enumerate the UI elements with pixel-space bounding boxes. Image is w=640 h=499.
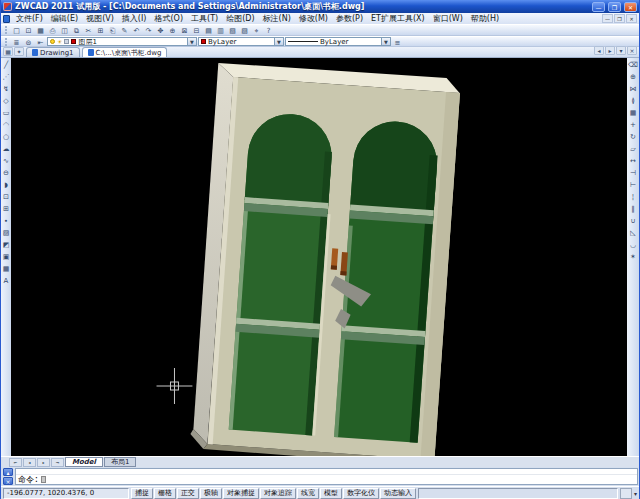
menu-item[interactable]: 标注(N): [259, 13, 295, 24]
pin-icon[interactable]: ✦: [14, 47, 24, 56]
mdi-minimize-button[interactable]: —: [602, 14, 613, 23]
status-toggle-button[interactable]: 对象追踪: [260, 488, 296, 499]
point-icon[interactable]: ∙: [1, 215, 11, 227]
construction-line-icon[interactable]: ⋰: [1, 71, 11, 83]
zoom-window-icon[interactable]: ⊠: [179, 25, 190, 35]
status-toggle-button[interactable]: 捕捉: [131, 488, 153, 499]
copy-object-icon[interactable]: ⊕: [627, 71, 639, 83]
menu-item[interactable]: 修改(M): [295, 13, 332, 24]
insert-block-icon[interactable]: ⊡: [1, 191, 11, 203]
color-combo[interactable]: ByLayer ▼: [198, 37, 284, 46]
status-toggle-button[interactable]: 线宽: [297, 488, 319, 499]
publish-icon[interactable]: ⧉: [71, 25, 82, 35]
tab-model[interactable]: Model: [65, 457, 103, 467]
undo-icon[interactable]: ↶: [131, 25, 142, 35]
menu-item[interactable]: 编辑(E): [47, 13, 82, 24]
polyline-icon[interactable]: ↯: [1, 83, 11, 95]
make-block-icon[interactable]: ⊞: [1, 203, 11, 215]
arc-icon[interactable]: ◠: [1, 119, 11, 131]
plot-icon[interactable]: ⎙: [47, 25, 58, 35]
table-icon[interactable]: ▦: [1, 263, 11, 275]
command-line[interactable]: 命令:: [16, 475, 637, 484]
tab-menu-icon[interactable]: ▾: [616, 46, 626, 55]
scale-icon[interactable]: ▱: [627, 143, 639, 155]
copy-icon[interactable]: ⊞: [95, 25, 106, 35]
menu-item[interactable]: 工具(T): [187, 13, 222, 24]
layer-combo[interactable]: ☀ 图层1 ▼: [47, 37, 197, 46]
menu-item[interactable]: 绘图(D): [222, 13, 258, 24]
line-icon[interactable]: ╱: [1, 59, 11, 71]
linetype-manager-icon[interactable]: ≡: [392, 37, 403, 47]
mtext-icon[interactable]: A: [1, 275, 11, 287]
document-icon[interactable]: [3, 15, 10, 23]
designcenter-icon[interactable]: ▥: [215, 25, 226, 35]
properties-icon[interactable]: ▤: [203, 25, 214, 35]
grid-icon[interactable]: ▦: [3, 47, 13, 56]
command-dock-icon[interactable]: ▴: [3, 468, 13, 476]
command-close-icon[interactable]: ×: [3, 477, 13, 485]
mdi-close-button[interactable]: ✕: [626, 14, 637, 23]
rotate-icon[interactable]: ↻: [627, 131, 639, 143]
zoom-realtime-icon[interactable]: ⊕: [167, 25, 178, 35]
array-icon[interactable]: ▦: [627, 107, 639, 119]
layer-manager-icon[interactable]: ≣: [11, 37, 22, 47]
extend-icon[interactable]: ⊢: [627, 179, 639, 191]
explode-icon[interactable]: ✶: [627, 251, 639, 263]
status-toggle-button[interactable]: 数字化仪: [343, 488, 379, 499]
toolpalette-icon[interactable]: ▧: [227, 25, 238, 35]
move-icon[interactable]: +: [627, 119, 639, 131]
markup-icon[interactable]: ▨: [239, 25, 250, 35]
chevron-down-icon[interactable]: ▼: [274, 38, 283, 45]
tray-chevron-icon[interactable]: ▾: [634, 490, 637, 497]
menu-item[interactable]: 文件(F): [12, 13, 47, 24]
layer-states-icon[interactable]: ⊜: [23, 37, 34, 47]
tray-box[interactable]: [620, 488, 632, 499]
chevron-down-icon[interactable]: ▼: [187, 38, 196, 45]
prev-tab-icon[interactable]: ◂: [23, 458, 36, 467]
toolbar-grip[interactable]: [5, 38, 8, 46]
find-icon[interactable]: ⌖: [251, 25, 262, 35]
restore-button[interactable]: ❐: [608, 2, 621, 12]
stretch-icon[interactable]: ↔: [627, 155, 639, 167]
toolbar-grip[interactable]: [5, 26, 8, 34]
linetype-combo[interactable]: ByLayer ▼: [285, 37, 391, 46]
coordinate-readout[interactable]: -196.0777, 1020.4376, 0: [3, 488, 129, 499]
menu-item[interactable]: 参数(P): [332, 13, 367, 24]
tab-close-icon[interactable]: ×: [627, 46, 637, 55]
status-toggle-button[interactable]: 极轴: [200, 488, 222, 499]
circle-icon[interactable]: ○: [1, 131, 11, 143]
redo-icon[interactable]: ↷: [143, 25, 154, 35]
status-toggle-button[interactable]: 正交: [177, 488, 199, 499]
mirror-icon[interactable]: ⋈: [627, 83, 639, 95]
status-toggle-button[interactable]: 栅格: [154, 488, 176, 499]
break-icon[interactable]: ‖: [627, 203, 639, 215]
doc-tab-shugui[interactable]: C:\...\桌面\书柜.dwg: [82, 47, 168, 57]
rectangle-icon[interactable]: ▭: [1, 107, 11, 119]
layer-previous-icon[interactable]: ⇤: [35, 37, 46, 47]
preview-icon[interactable]: ◫: [59, 25, 70, 35]
break-at-point-icon[interactable]: ¦: [627, 191, 639, 203]
status-toggle-button[interactable]: 模型: [320, 488, 342, 499]
open-icon[interactable]: ⊡: [23, 25, 34, 35]
last-tab-icon[interactable]: ⇥: [51, 458, 64, 467]
matchprop-icon[interactable]: ✎: [119, 25, 130, 35]
new-icon[interactable]: □: [11, 25, 22, 35]
help-icon[interactable]: ?: [263, 25, 274, 35]
next-tab-icon[interactable]: ▸: [37, 458, 50, 467]
chamfer-icon[interactable]: ◺: [627, 227, 639, 239]
cut-icon[interactable]: ✂: [83, 25, 94, 35]
tab-scroll-right-icon[interactable]: ▸: [605, 46, 615, 55]
paste-icon[interactable]: ⎗: [107, 25, 118, 35]
hatch-icon[interactable]: ▨: [1, 227, 11, 239]
cabinet-model[interactable]: [190, 63, 460, 456]
region-icon[interactable]: ▣: [1, 251, 11, 263]
offset-icon[interactable]: ≬: [627, 95, 639, 107]
revision-cloud-icon[interactable]: ☁: [1, 143, 11, 155]
join-icon[interactable]: ∪: [627, 215, 639, 227]
menu-item[interactable]: 格式(O): [150, 13, 187, 24]
doc-tab-drawing1[interactable]: Drawing1: [26, 47, 80, 57]
status-toggle-button[interactable]: 动态输入: [380, 488, 416, 499]
command-text-area[interactable]: 命令:: [15, 468, 638, 485]
erase-icon[interactable]: ⌫: [627, 59, 639, 71]
menu-item[interactable]: ET扩展工具(X): [367, 13, 429, 24]
